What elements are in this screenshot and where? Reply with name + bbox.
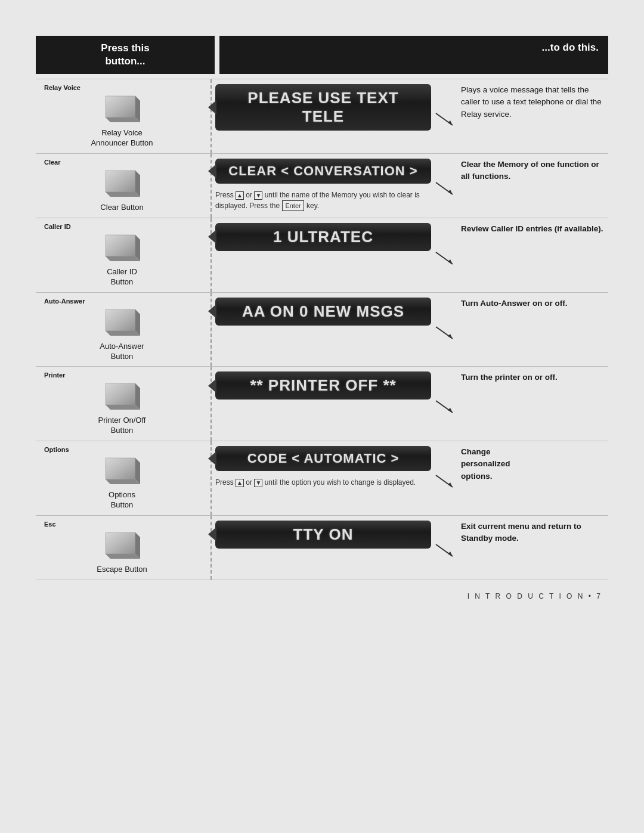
header-row: Press thisbutton... ...to do this. — [36, 36, 608, 74]
arrow-left-options — [208, 451, 216, 466]
btn-top-label-printer: Printer — [44, 371, 65, 379]
button-3d-relay-voice[interactable] — [101, 92, 144, 127]
svg-marker-4 — [448, 120, 453, 125]
svg-marker-5 — [106, 171, 135, 192]
desc-section-clear: Clear the Memory of one function or all … — [456, 154, 608, 218]
button-3d-auto-answer[interactable] — [101, 306, 144, 340]
svg-marker-0 — [106, 96, 135, 117]
display-screen-caller-id: 1 ULTRATEC — [215, 223, 431, 251]
btn-top-label-clear: Clear — [44, 159, 61, 166]
display-section-auto-answer: AA ON 0 NEW MSGS — [212, 293, 435, 367]
svg-marker-30 — [106, 532, 135, 554]
svg-marker-24 — [448, 408, 453, 413]
btn-section-auto-answer: Auto-Answer Auto-AnswerButton — [36, 293, 212, 367]
btn-section-printer: Printer Printer On/OffButton — [36, 367, 212, 441]
connector-caller-id — [435, 218, 456, 292]
header-right-label: ...to do this. — [542, 42, 599, 53]
footer: I N T R O D U C T I O N • 7 — [36, 592, 608, 600]
func-row-auto-answer: Auto-Answer Auto-AnswerButton — [36, 293, 608, 367]
display-screen-options: CODE < AUTOMATIC > — [215, 446, 431, 471]
desc-section-relay-voice: Plays a voice message that tells the cal… — [456, 79, 608, 153]
func-row-options: Options OptionsButton — [36, 441, 608, 516]
svg-marker-20 — [106, 383, 135, 405]
btn-caption-caller-id: Caller IDButton — [107, 267, 137, 287]
btn-caption-clear: Clear Button — [100, 203, 143, 213]
func-row-esc: Esc Escape Button — [36, 516, 608, 580]
connector-printer — [435, 367, 456, 441]
display-section-caller-id: 1 ULTRATEC — [212, 218, 435, 292]
button-3d-clear[interactable] — [101, 167, 144, 202]
arrow-left-printer — [208, 379, 216, 393]
button-3d-printer[interactable] — [101, 380, 144, 414]
btn-top-label-caller-id: Caller ID — [44, 223, 71, 230]
desc-section-auto-answer: Turn Auto-Answer on or off. — [456, 293, 608, 367]
btn-section-caller-id: Caller ID Caller IDButton — [36, 218, 212, 292]
arrow-left-clear — [208, 164, 216, 178]
func-row-relay-voice: Relay Voice Relay VoiceAnnouncer Button — [36, 79, 608, 154]
btn-top-label-options: Options — [44, 446, 69, 453]
page-container: Press thisbutton... ...to do this. Relay… — [0, 0, 644, 833]
display-section-relay-voice: PLEASE USE TEXT TELE — [212, 79, 435, 153]
svg-marker-14 — [448, 259, 453, 264]
btn-top-label-auto-answer: Auto-Answer — [44, 298, 85, 305]
header-left-label: Press thisbutton... — [101, 42, 149, 67]
svg-marker-19 — [448, 334, 453, 339]
svg-marker-34 — [448, 552, 453, 556]
display-section-clear: CLEAR < CONVERSATION > Press ▲ or ▼ unti… — [212, 154, 435, 218]
display-section-esc: TTY ON — [212, 516, 435, 580]
display-screen-clear: CLEAR < CONVERSATION > — [215, 159, 431, 184]
btn-section-clear: Clear Clear Button — [36, 154, 212, 218]
function-rows: Relay Voice Relay VoiceAnnouncer Button — [36, 79, 608, 580]
svg-marker-2 — [106, 117, 140, 122]
desc-section-printer: Turn the printer on or off. — [456, 367, 608, 441]
btn-caption-relay-voice: Relay VoiceAnnouncer Button — [91, 128, 153, 148]
svg-marker-29 — [448, 482, 453, 487]
display-section-options: CODE < AUTOMATIC > Press ▲ or ▼ until th… — [212, 441, 435, 515]
display-screen-auto-answer: AA ON 0 NEW MSGS — [215, 298, 431, 326]
desc-section-caller-id: Review Caller ID entries (if available). — [456, 218, 608, 292]
btn-section-options: Options OptionsButton — [36, 441, 212, 515]
btn-top-label-relay-voice: Relay Voice — [44, 84, 80, 91]
svg-marker-12 — [106, 256, 140, 261]
header-right: ...to do this. — [219, 36, 608, 74]
display-section-printer: ** PRINTER OFF ** — [212, 367, 435, 441]
btn-top-label-esc: Esc — [44, 521, 56, 528]
desc-section-options: Changepersonalizedoptions. — [456, 441, 608, 515]
header-left: Press thisbutton... — [36, 36, 215, 74]
btn-section-esc: Esc Escape Button — [36, 516, 212, 580]
arrow-left-relay-voice — [208, 100, 216, 114]
display-screen-printer: ** PRINTER OFF ** — [215, 371, 431, 400]
footer-text: I N T R O D U C T I O N • 7 — [467, 592, 602, 600]
func-row-caller-id: Caller ID Caller IDButton — [36, 218, 608, 293]
svg-marker-27 — [106, 479, 140, 484]
svg-marker-22 — [106, 405, 140, 410]
svg-marker-7 — [106, 192, 140, 197]
svg-marker-17 — [106, 331, 140, 336]
svg-marker-15 — [106, 309, 135, 331]
desc-section-esc: Exit current menu and return to Standby … — [456, 516, 608, 580]
btn-section-relay-voice: Relay Voice Relay VoiceAnnouncer Button — [36, 79, 212, 153]
connector-relay-voice — [435, 79, 456, 153]
connector-auto-answer — [435, 293, 456, 367]
connector-options — [435, 441, 456, 515]
func-row-clear: Clear Clear Button — [36, 154, 608, 218]
arrow-left-caller-id — [208, 230, 216, 244]
connector-clear — [435, 154, 456, 218]
svg-marker-25 — [106, 458, 135, 479]
arrow-left-auto-answer — [208, 304, 216, 318]
func-row-printer: Printer Printer On/OffButton — [36, 367, 608, 441]
button-3d-esc[interactable] — [101, 529, 144, 563]
btn-caption-esc: Escape Button — [97, 565, 147, 575]
svg-marker-32 — [106, 554, 140, 559]
button-3d-caller-id[interactable] — [101, 231, 144, 266]
display-screen-relay-voice: PLEASE USE TEXT TELE — [215, 84, 431, 131]
btn-caption-options: OptionsButton — [109, 490, 135, 510]
arrow-left-esc — [208, 527, 216, 541]
display-screen-esc: TTY ON — [215, 521, 431, 549]
svg-marker-10 — [106, 235, 135, 256]
btn-caption-auto-answer: Auto-AnswerButton — [100, 342, 144, 362]
svg-marker-9 — [448, 190, 453, 194]
connector-esc — [435, 516, 456, 580]
button-3d-options[interactable] — [101, 454, 144, 489]
btn-caption-printer: Printer On/OffButton — [98, 416, 146, 436]
